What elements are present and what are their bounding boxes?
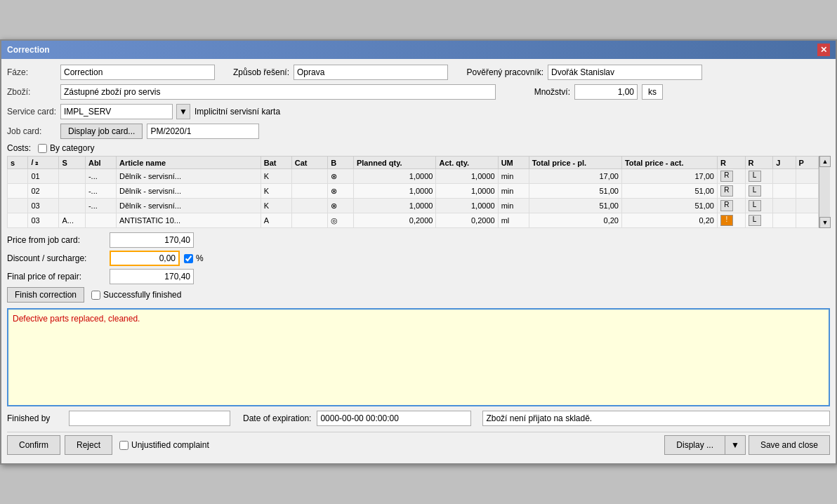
close-button[interactable]: ✕: [817, 44, 830, 56]
zpusob-label: Způsob řešení:: [219, 67, 289, 77]
col-header-article: Article name: [117, 157, 261, 169]
successfully-finished-checkbox[interactable]: [91, 291, 100, 300]
display-dropdown-arrow[interactable]: ▼: [725, 435, 746, 455]
cell-num: 02: [28, 184, 59, 199]
cell-r2[interactable]: L: [745, 184, 773, 199]
finish-correction-button[interactable]: Finish correction: [7, 287, 84, 303]
cell-bat: K: [261, 184, 291, 199]
table-row[interactable]: 03 -... Dělník - servisní... K ⊗ 1,0000 …: [8, 199, 819, 213]
reject-button[interactable]: Reject: [65, 435, 112, 455]
col-header-j: J: [773, 157, 796, 169]
costs-table: s / ₂ S Abl Article name Bat Cat B Plann…: [7, 156, 819, 228]
footer-buttons: Confirm Reject Unjustified complaint Dis…: [7, 432, 830, 458]
cell-totpl: 17,00: [529, 169, 621, 184]
costs-header: Costs: By category: [7, 143, 830, 153]
cell-r2[interactable]: L: [745, 169, 773, 184]
service-card-dropdown[interactable]: ▼: [176, 104, 190, 119]
cell-um: ml: [498, 213, 529, 228]
cell-planned: 1,0000: [353, 184, 436, 199]
job-card-row: Job card: Display job card...: [7, 124, 830, 139]
faze-input[interactable]: [60, 65, 215, 80]
price-from-job-card-input[interactable]: [110, 232, 194, 248]
notes-content[interactable]: Defective parts replaced, cleaned.: [13, 314, 824, 324]
scroll-up-btn[interactable]: ▲: [819, 156, 831, 167]
cell-j: [773, 169, 796, 184]
price-from-job-card-row: Price from job card:: [7, 232, 830, 248]
cell-planned: 1,0000: [353, 169, 436, 184]
cell-s2: A...: [59, 213, 85, 228]
service-card-label: Service card:: [7, 107, 56, 117]
job-card-input[interactable]: [147, 124, 259, 139]
service-card-row: Service card: ▼ Implicitní servisní kart…: [7, 104, 830, 119]
notes-textarea-section[interactable]: Defective parts replaced, cleaned.: [7, 308, 830, 406]
finish-row: Finish correction Successfully finished: [7, 287, 830, 303]
cell-r1[interactable]: R: [717, 184, 745, 199]
unjustified-complaint-checkbox[interactable]: [119, 441, 128, 450]
mnozstvi-input[interactable]: [574, 84, 638, 100]
cell-b: ⊗: [328, 169, 354, 184]
cell-totact: 17,00: [621, 169, 717, 184]
cell-cat: [291, 184, 327, 199]
service-card-input[interactable]: [60, 104, 173, 119]
cell-b: ⊗: [328, 184, 354, 199]
scroll-down-btn[interactable]: ▼: [819, 217, 831, 228]
date-expiration-input[interactable]: [317, 411, 471, 426]
finished-by-input[interactable]: [69, 411, 230, 426]
final-price-row: Final price of repair:: [7, 269, 830, 284]
cell-p: [796, 213, 818, 228]
final-price-input[interactable]: [110, 269, 194, 284]
display-job-card-button[interactable]: Display job card...: [60, 124, 143, 139]
cell-r1[interactable]: R: [717, 169, 745, 184]
ks-input[interactable]: [642, 84, 663, 100]
cell-r2[interactable]: L: [745, 199, 773, 213]
discount-input[interactable]: [110, 251, 180, 266]
col-header-s2: S: [59, 157, 85, 169]
table-row[interactable]: 02 -... Dělník - servisní... K ⊗ 1,0000 …: [8, 184, 819, 199]
unjustified-complaint-label[interactable]: Unjustified complaint: [119, 440, 209, 450]
cell-actqty: 1,0000: [436, 199, 498, 213]
col-header-planned: Planned qty.: [353, 157, 436, 169]
cell-bat: K: [261, 199, 291, 213]
price-from-job-card-label: Price from job card:: [7, 235, 105, 245]
col-header-num: / ₂: [28, 157, 59, 169]
by-category-checkbox[interactable]: [38, 144, 47, 153]
bottom-fields-row: Finished by Date of expiration:: [7, 411, 830, 426]
table-row[interactable]: 01 -... Dělník - servisní... K ⊗ 1,0000 …: [8, 169, 819, 184]
costs-tbody: 01 -... Dělník - servisní... K ⊗ 1,0000 …: [8, 169, 819, 228]
footer-right-buttons: Display ... ▼ Save and close: [664, 435, 830, 455]
table-scrollbar[interactable]: ▲ ▼: [819, 156, 830, 228]
povereny-input[interactable]: [548, 65, 702, 80]
cell-bat: A: [261, 213, 291, 228]
cell-s: [8, 199, 28, 213]
confirm-button[interactable]: Confirm: [7, 435, 60, 455]
display-button[interactable]: Display ...: [664, 435, 725, 455]
cell-r1[interactable]: !: [717, 213, 745, 228]
discount-row: Discount / surcharge: %: [7, 251, 830, 266]
costs-label: Costs:: [7, 143, 31, 153]
cell-totact: 0,20: [621, 213, 717, 228]
cell-cat: [291, 213, 327, 228]
discount-pct-label[interactable]: %: [184, 253, 204, 263]
cell-actqty: 0,2000: [436, 213, 498, 228]
col-header-abl: Abl: [85, 157, 116, 169]
zbozi-status-input[interactable]: [482, 411, 830, 426]
by-category-label[interactable]: By category: [38, 143, 94, 153]
successfully-finished-label[interactable]: Successfully finished: [91, 290, 181, 300]
cell-s2: [59, 169, 85, 184]
zpusob-input[interactable]: [294, 65, 448, 80]
table-row[interactable]: 03 A... ANTISTATIC 10... A ◎ 0,2000 0,20…: [8, 213, 819, 228]
col-header-b: B: [328, 157, 354, 169]
cell-r2[interactable]: L: [745, 213, 773, 228]
cell-cat: [291, 199, 327, 213]
cell-r1[interactable]: R: [717, 199, 745, 213]
correction-window: Correction ✕ Fáze: Způsob řešení: Pověře…: [0, 39, 837, 465]
cell-planned: 1,0000: [353, 199, 436, 213]
final-price-label: Final price of repair:: [7, 272, 105, 281]
cell-totpl: 0,20: [529, 213, 621, 228]
zbozi-input[interactable]: [60, 84, 496, 100]
costs-table-wrapper: s / ₂ S Abl Article name Bat Cat B Plann…: [7, 156, 830, 228]
discount-pct-checkbox[interactable]: [184, 254, 193, 263]
save-close-button[interactable]: Save and close: [749, 435, 830, 455]
cell-actqty: 1,0000: [436, 169, 498, 184]
cell-b: ◎: [328, 213, 354, 228]
